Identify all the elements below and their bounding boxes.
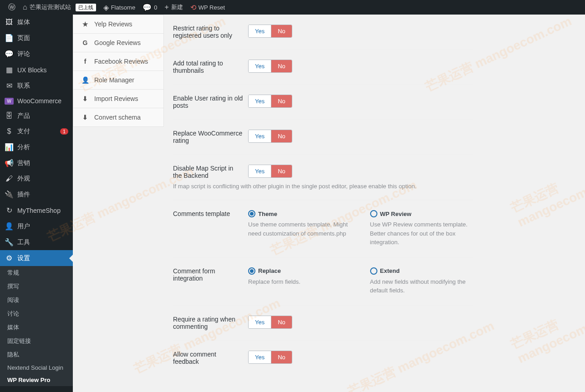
menu-item-11[interactable]: 🔌插件 xyxy=(0,186,73,202)
settings-nav-item-4[interactable]: ⬇Import Reviews xyxy=(73,90,164,108)
radio-input-wpreview[interactable] xyxy=(370,210,377,217)
settings-nav-icon: 👤 xyxy=(81,76,89,84)
field-comments-template: Comments template Theme Use theme commen… xyxy=(173,200,473,257)
radio-input-replace[interactable] xyxy=(248,267,255,275)
menu-icon: 🖼 xyxy=(5,18,14,26)
menu-icon: ▦ xyxy=(5,65,14,74)
menu-item-14[interactable]: 🔧工具 xyxy=(0,234,73,250)
opt-desc: Use WP Review comments template. Better … xyxy=(370,220,474,247)
menu-item-5[interactable]: WWooCommerce xyxy=(0,94,73,108)
menu-label: 用户 xyxy=(17,222,30,231)
toggle-require-rating[interactable]: YesNo xyxy=(248,316,292,329)
submenu-item-6[interactable]: 隐私 xyxy=(0,348,73,362)
field-enable-user-rating: Enable User rating in old posts YesNo xyxy=(173,85,473,120)
menu-icon: 🗄 xyxy=(5,112,14,120)
menu-item-4[interactable]: ✉联系 xyxy=(0,78,73,94)
field-label: Require a rating when commenting xyxy=(173,316,248,330)
field-label: Replace WooCommerce rating xyxy=(173,130,248,144)
submenu-item-7[interactable]: Nextend Social Login xyxy=(0,362,73,374)
menu-icon: $ xyxy=(5,127,14,136)
settings-nav-item-1[interactable]: GGoogle Reviews xyxy=(73,34,164,52)
toggle-allow-feedback[interactable]: YesNo xyxy=(248,351,292,364)
help-disable-map: If map script is conflicting with other … xyxy=(173,183,473,200)
submenu-item-0[interactable]: 常规 xyxy=(0,266,73,280)
submenu-item-1[interactable]: 撰写 xyxy=(0,280,73,293)
radio-input-theme[interactable] xyxy=(248,210,255,217)
field-label: Enable User rating in old posts xyxy=(173,95,248,109)
submenu-item-8[interactable]: WP Review Pro xyxy=(0,374,73,386)
toggle-replace-woo[interactable]: YesNo xyxy=(248,130,292,143)
wordpress-icon: ⓦ xyxy=(8,3,15,12)
submenu-item-4[interactable]: 媒体 xyxy=(0,321,73,334)
new-link[interactable]: +新建 xyxy=(161,0,186,15)
menu-label: 营销 xyxy=(17,159,30,167)
toggle-enable-user-rating[interactable]: YesNo xyxy=(248,95,292,108)
settings-nav-label: Google Reviews xyxy=(94,39,141,46)
field-label: Comments template xyxy=(173,210,248,247)
submenu-item-5[interactable]: 固定链接 xyxy=(0,334,73,348)
settings-nav-item-2[interactable]: fFacebook Reviews xyxy=(73,52,164,71)
admin-sidebar: 🖼媒体📄页面💬评论▦UX Blocks✉联系WWooCommerce🗄产品$支付… xyxy=(0,15,73,392)
menu-icon: 📄 xyxy=(5,34,14,42)
wp-logo[interactable]: ⓦ xyxy=(5,0,19,15)
menu-label: WooCommerce xyxy=(17,97,61,105)
menu-item-13[interactable]: 👤用户 xyxy=(0,218,73,234)
comment-icon: 💬 xyxy=(142,3,152,12)
settings-nav-item-3[interactable]: 👤Role Manager xyxy=(73,71,164,90)
menu-item-8[interactable]: 📊分析 xyxy=(0,139,73,155)
site-status-badge: 已上线 xyxy=(76,4,96,11)
settings-nav-label: Yelp Reviews xyxy=(94,20,132,28)
menu-icon: 🔌 xyxy=(5,190,14,199)
submenu: 常规撰写阅读讨论媒体固定链接隐私Nextend Social LoginWP R… xyxy=(0,266,73,386)
plus-icon: + xyxy=(164,3,168,11)
menu-icon: 🖌 xyxy=(5,175,14,183)
site-name-link[interactable]: ⌂ 芒果运营测试站 已上线 xyxy=(19,0,100,15)
wp-reset-link[interactable]: ⟲WP Reset xyxy=(187,0,229,15)
menu-icon: ✉ xyxy=(5,81,14,90)
menu-item-2[interactable]: 💬评论 xyxy=(0,46,73,62)
menu-icon: ⚙ xyxy=(5,254,14,262)
submenu-item-3[interactable]: 讨论 xyxy=(0,307,73,321)
reset-icon: ⟲ xyxy=(190,3,196,12)
menu-label: 分析 xyxy=(17,143,30,151)
menu-label: 设置 xyxy=(17,254,30,262)
comments-link[interactable]: 💬0 xyxy=(139,0,161,15)
home-icon: ⌂ xyxy=(23,3,27,11)
menu-label: UX Blocks xyxy=(17,66,47,74)
toggle-disable-map[interactable]: YesNo xyxy=(248,165,292,178)
theme-link[interactable]: ◈Flatsome xyxy=(100,0,139,15)
menu-item-12[interactable]: ↻MyThemeShop xyxy=(0,202,73,218)
field-label: Comment form integration xyxy=(173,267,248,295)
submenu-item-2[interactable]: 阅读 xyxy=(0,293,73,307)
field-label: Allow comment feedback xyxy=(173,351,248,365)
field-label: Disable Map Script in the Backend xyxy=(173,165,248,179)
settings-nav-icon: ★ xyxy=(81,20,89,28)
menu-label: 支付 xyxy=(17,127,30,136)
menu-label: 页面 xyxy=(17,34,30,42)
radio-input-extend[interactable] xyxy=(370,267,377,275)
menu-item-0[interactable]: 🖼媒体 xyxy=(0,15,73,30)
main-content: ★Yelp ReviewsGGoogle ReviewsfFacebook Re… xyxy=(73,15,585,392)
menu-label: MyThemeShop xyxy=(17,207,61,214)
field-add-total-rating: Add total rating to thumbnails YesNo xyxy=(173,50,473,85)
field-replace-woo: Replace WooCommerce rating YesNo xyxy=(173,120,473,155)
toggle-restrict-rating[interactable]: YesNo xyxy=(248,25,292,38)
menu-item-1[interactable]: 📄页面 xyxy=(0,30,73,46)
menu-item-10[interactable]: 🖌外观 xyxy=(0,171,73,186)
toggle-add-total-rating[interactable]: YesNo xyxy=(248,60,292,73)
menu-item-9[interactable]: 📢营销 xyxy=(0,155,73,171)
settings-nav-label: Facebook Reviews xyxy=(94,58,148,65)
menu-icon: ↻ xyxy=(5,206,14,215)
settings-nav-item-0[interactable]: ★Yelp Reviews xyxy=(73,15,164,34)
menu-item-6[interactable]: 🗄产品 xyxy=(0,108,73,124)
field-label: Add total rating to thumbnails xyxy=(173,60,248,74)
opt-desc: Replace form fields. xyxy=(248,277,352,286)
menu-label: 工具 xyxy=(17,238,30,246)
settings-nav-item-5[interactable]: ⬇Convert schema xyxy=(73,108,164,127)
menu-item-7[interactable]: $支付1 xyxy=(0,124,73,139)
menu-item-15[interactable]: ⚙设置 xyxy=(0,250,73,266)
menu-item-3[interactable]: ▦UX Blocks xyxy=(0,62,73,78)
settings-nav-panel: ★Yelp ReviewsGGoogle ReviewsfFacebook Re… xyxy=(73,15,164,392)
menu-icon: 👤 xyxy=(5,222,14,231)
opt-desc: Add new fields without modifying the def… xyxy=(370,277,474,295)
